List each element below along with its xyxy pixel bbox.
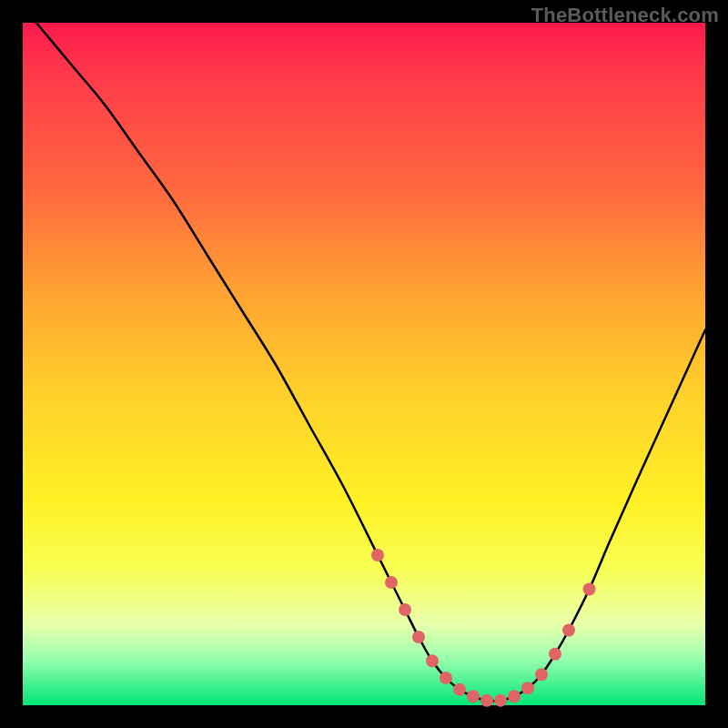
highlight-dots [371, 549, 596, 707]
highlight-dot [467, 690, 480, 703]
highlight-dot [440, 672, 452, 684]
highlight-dot [385, 576, 398, 589]
highlight-dot [583, 583, 596, 596]
highlight-dot [508, 690, 521, 703]
highlight-dot [453, 683, 466, 696]
highlight-dot [412, 631, 425, 643]
highlight-dot [426, 654, 439, 667]
highlight-dot [480, 694, 493, 707]
highlight-dot [535, 668, 548, 681]
highlight-dot [521, 682, 534, 694]
highlight-dot [399, 603, 411, 616]
watermark-text: TheBottleneck.com [531, 4, 719, 27]
curve-svg [23, 23, 705, 705]
highlight-dot [371, 549, 384, 561]
plot-area [23, 23, 705, 705]
chart-frame: TheBottleneck.com [0, 0, 728, 728]
highlight-dot [494, 694, 507, 707]
bottleneck-curve [36, 23, 705, 701]
highlight-dot [562, 624, 575, 637]
highlight-dot [549, 648, 561, 661]
